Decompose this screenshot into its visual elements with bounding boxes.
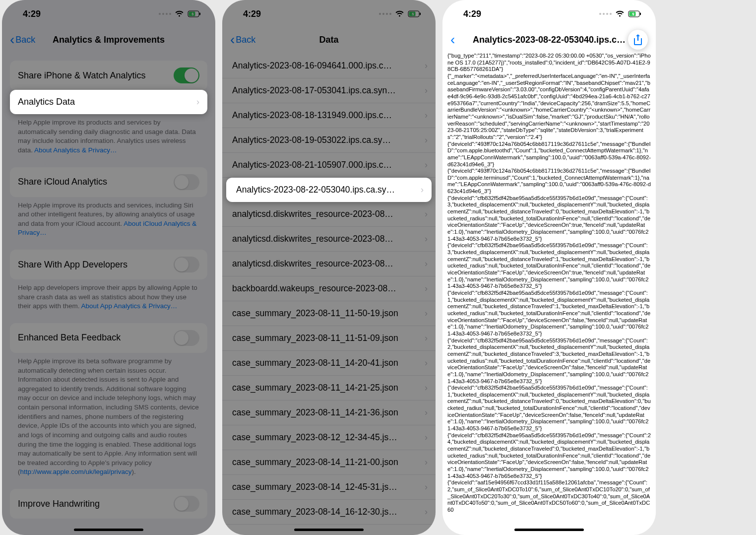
screen-log-detail: 4:29 ‹ Analytics-2023-08-22-053040.ips.c… [442,0,656,535]
chevron-right-icon: › [196,97,199,107]
row-analytics-data[interactable]: Analytics Data › [10,90,207,114]
footer-dev: Help app developers improve their apps b… [2,279,215,311]
back-button[interactable]: ‹ Back [10,33,35,47]
toggle-share-analytics[interactable] [174,67,199,83]
status-icons [599,10,642,17]
data-row[interactable]: Analytics-2023-08-17-053041.ips.ca.syn…› [222,78,436,103]
row-handwriting[interactable]: Improve Handwriting [10,489,207,519]
data-row-label: case_summary_2023-08-11_14-21-25.json [232,383,425,393]
status-bar: 4:29 [442,0,656,28]
status-time: 4:29 [463,9,481,19]
data-row[interactable]: analyticsd.diskwrites_resource-2023-08…› [222,252,436,276]
svg-rect-5 [420,13,421,15]
chevron-right-icon: › [425,283,428,294]
chevron-right-icon: › [425,234,428,244]
data-row[interactable]: case_summary_2023-08-11_14-21-36.json› [222,401,436,425]
row-label: Share iPhone & Watch Analytics [18,70,145,81]
chevron-right-icon: › [425,432,428,443]
data-row[interactable]: Analytics-2023-08-16-094641.000.ips.c…› [222,54,436,78]
chevron-right-icon: › [425,333,428,343]
data-row[interactable]: case_summary_2023-08-11_11-50-19.json› [222,301,436,326]
row-beta[interactable]: Enhanced Beta Feedback [10,323,207,353]
nav-header: ‹ Back Analytics & Improvements [2,28,215,52]
back-label: Back [15,35,35,45]
chevron-right-icon: › [425,259,428,269]
data-row[interactable]: case_summary_2023-08-14_16-12-30.js…› [222,500,436,525]
row-label: Enhanced Beta Feedback [18,333,121,343]
toggle-beta[interactable] [174,330,199,346]
home-indicator[interactable] [74,529,143,531]
link-app-privacy[interactable]: About App Analytics & Privacy… [81,302,178,310]
data-row-label: backboardd.wakeups_resource-2023-08… [232,283,425,294]
chevron-right-icon: › [425,457,428,468]
back-label: Back [236,35,255,45]
share-button[interactable] [628,30,648,50]
data-row-label: case_summary_2023-08-14_12-45-31.js… [232,482,425,492]
row-label: Analytics Data [18,97,75,107]
link-privacy-url[interactable]: http://www.apple.com/uk/legal/privacy [20,468,132,475]
toggle-share-icloud[interactable] [174,174,199,190]
screen-data-list: 4:29 ‹ Back Data Analytics-2023-08-16-09… [222,0,436,535]
toggle-handwriting[interactable] [174,496,199,512]
data-row-label: case_summary_2023-08-14_16-12-30.js… [232,507,425,517]
chevron-left-icon: ‹ [230,33,235,47]
data-row-label: Analytics-2023-08-18-131949.000.ips.c… [232,110,425,121]
row-label: Share iCloud Analytics [18,177,107,187]
data-list[interactable]: Analytics-2023-08-16-094641.000.ips.c…›A… [222,54,436,525]
data-row[interactable]: Analytics-2023-08-21-105907.000.ips.c…› [222,153,436,178]
data-row[interactable]: case_summary_2023-08-12_12-34-45.js…› [222,425,436,450]
back-button[interactable]: ‹ Back [230,33,255,47]
data-row-label: Analytics-2023-08-16-094641.000.ips.c… [232,61,425,71]
row-label: Share With App Developers [18,260,127,270]
row-share-icloud[interactable]: Share iCloud Analytics [10,167,207,197]
wifi-icon [395,10,404,17]
data-row[interactable]: case_summary_2023-08-11_14-21-25.json› [222,376,436,401]
data-row[interactable]: analyticsd.diskwrites_resource-2023-08…› [222,202,436,227]
data-row-label: Analytics-2023-08-19-053022.ips.ca.sy… [232,135,425,145]
chevron-right-icon: › [425,160,428,170]
data-row[interactable]: Analytics-2023-08-22-053040.ips.ca.sy…› [226,178,432,202]
log-text[interactable]: {"bug_type":"211","timestamp":"2023-08-2… [442,52,656,515]
chevron-right-icon: › [425,308,428,319]
svg-rect-2 [199,13,200,15]
row-share-dev[interactable]: Share With App Developers [10,250,207,279]
row-share-analytics[interactable]: Share iPhone & Watch Analytics [10,61,207,90]
back-button[interactable]: ‹ [450,32,455,48]
data-row-label: analyticsd.diskwrites_resource-2023-08… [232,259,425,269]
chevron-right-icon: › [421,185,424,195]
footer-analytics: Help Apple improve its products and serv… [2,114,215,155]
chevron-right-icon: › [425,482,428,492]
status-icons [159,10,201,17]
data-row-label: Analytics-2023-08-17-053041.ips.ca.syn… [232,85,425,96]
recording-dots-icon [599,13,612,15]
data-row-label: Analytics-2023-08-22-053040.ips.ca.sy… [236,185,421,195]
data-row[interactable]: analyticsd.diskwrites_resource-2023-08…› [222,227,436,252]
data-row[interactable]: case_summary_2023-08-11_11-51-09.json› [222,326,436,351]
battery-charging-icon [628,10,642,17]
home-indicator[interactable] [294,529,364,531]
row-label: Improve Handwriting [18,499,100,509]
status-time: 4:29 [243,9,261,19]
data-row-label: case_summary_2023-08-11_11-50-19.json [232,308,425,319]
chevron-right-icon: › [425,85,428,96]
data-row-label: Analytics-2023-08-21-105907.000.ips.c… [232,160,425,170]
wifi-icon [175,10,184,17]
data-row[interactable]: case_summary_2023-08-14_12-45-31.js…› [222,475,436,500]
link-analytics-privacy[interactable]: About Analytics & Privacy… [34,146,117,154]
data-row-label: case_summary_2023-08-11_14-20-41.json [232,358,425,368]
data-row-label: case_summary_2023-08-12_12-34-45.js… [232,432,425,443]
data-row[interactable]: case_summary_2023-08-11_14-20-41.json› [222,351,436,376]
status-bar: 4:29 [222,0,436,28]
data-row-label: analyticsd.diskwrites_resource-2023-08… [232,234,425,244]
data-row[interactable]: backboardd.wakeups_resource-2023-08…› [222,276,436,301]
toggle-share-dev[interactable] [174,257,199,272]
share-icon [633,34,643,46]
data-row[interactable]: case_summary_2023-08-14_11-21-00.json› [222,450,436,475]
settings-content: Share iPhone & Watch Analytics Analytics… [2,61,215,519]
data-row[interactable]: Analytics-2023-08-18-131949.000.ips.c…› [222,103,436,128]
screen-analytics-improvements: 4:29 ‹ Back Analytics & Improvements Sha… [2,0,215,535]
data-row[interactable]: Analytics-2023-08-19-053022.ips.ca.sy…› [222,128,436,153]
chevron-right-icon: › [425,135,428,145]
home-indicator[interactable] [514,529,584,531]
nav-header: ‹ Back Data [222,28,436,52]
